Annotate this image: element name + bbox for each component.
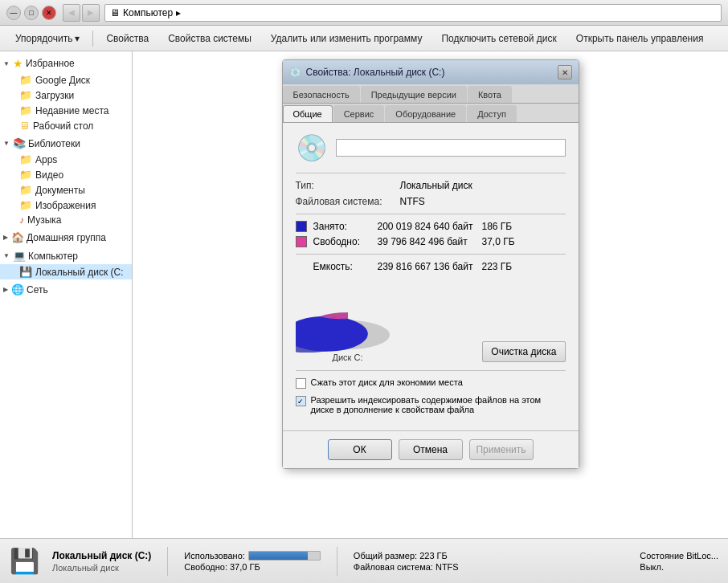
pie-section: Диск C: Очистка диска (296, 280, 566, 362)
filesystem-row: Файловая система: NTFS (296, 196, 566, 207)
properties-dialog: 💿 Свойства: Локальный диск (C:) ✕ Безопа… (282, 59, 579, 469)
divider-4 (296, 370, 566, 371)
folder-icon: 📁 (19, 184, 32, 196)
dialog-disk-icon-small: 💿 (289, 67, 301, 78)
nav-arrows: ◀ ▶ (63, 4, 100, 22)
tabs-row-1: Безопасность Предыдущие версии Квота (283, 84, 579, 104)
network-label: Сеть (27, 284, 48, 296)
status-separator-1 (167, 547, 168, 576)
uninstall-button[interactable]: Удалить или изменить программу (262, 30, 431, 47)
connect-drive-button[interactable]: Подключить сетевой диск (432, 30, 565, 47)
type-label: Тип: (296, 180, 400, 191)
sidebar-item-recent[interactable]: 📁 Недавние места (0, 103, 132, 118)
filesystem-label: Файловая система: (296, 196, 400, 207)
index-label: Разрешить индексировать содержимое файло… (311, 395, 566, 414)
organize-button[interactable]: Упорядочить ▾ (6, 30, 88, 47)
libraries-icon: 📚 (13, 137, 26, 149)
close-btn[interactable]: ✕ (42, 6, 56, 20)
compress-checkbox[interactable] (296, 378, 306, 389)
sidebar-item-video[interactable]: 📁 Видео (0, 167, 132, 182)
homegroup-label: Домашняя группа (27, 232, 106, 243)
system-properties-button[interactable]: Свойства системы (159, 30, 260, 47)
music-icon: ♪ (19, 214, 24, 226)
status-used-row: Использовано: (184, 551, 321, 561)
sidebar-localdisk-label: Локальный диск (C: (35, 267, 124, 278)
ok-button[interactable]: ОК (328, 439, 392, 460)
status-hdd-icon: 💾 (10, 547, 39, 575)
sidebar-recent-label: Недавние места (35, 105, 108, 116)
tab-hardware[interactable]: Оборудование (385, 105, 466, 122)
libraries-header[interactable]: ▼ 📚 Библиотеки (0, 135, 132, 152)
apply-button[interactable]: Применить (469, 439, 534, 460)
libraries-label: Библиотеки (28, 138, 80, 149)
computer-icon: 💻 (13, 250, 26, 262)
tab-access[interactable]: Доступ (467, 105, 517, 122)
sidebar-item-localdisk[interactable]: 💾 Локальный диск (C: (0, 264, 132, 279)
homegroup-header[interactable]: ▶ 🏠 Домашняя группа (0, 229, 132, 246)
folder-icon: 📁 (19, 199, 32, 211)
disk-name-input[interactable] (336, 139, 566, 157)
index-checkbox[interactable]: ✓ (296, 396, 306, 406)
free-row: Свободно: 39 796 842 496 байт 37,0 ГБ (296, 236, 566, 247)
cleanup-button[interactable]: Очистка диска (482, 341, 565, 362)
type-value: Локальный диск (400, 180, 472, 191)
hdd-icon: 💾 (19, 266, 32, 278)
capacity-row: Емкость: 239 816 667 136 байт 223 ГБ (296, 261, 566, 272)
index-row: ✓ Разрешить индексировать содержимое фай… (296, 395, 566, 414)
used-gb: 186 ГБ (482, 221, 513, 232)
window-controls[interactable]: — □ ✕ (6, 6, 56, 20)
toolbar: Упорядочить ▾ Свойства Свойства системы … (0, 26, 728, 51)
maximize-btn[interactable]: □ (24, 6, 39, 20)
dialog-title-area: 💿 Свойства: Локальный диск (C:) (289, 67, 445, 78)
tab-prev-versions[interactable]: Предыдущие версии (361, 86, 467, 103)
tab-service[interactable]: Сервис (333, 105, 385, 122)
used-row: Занято: 200 019 824 640 байт 186 ГБ (296, 221, 566, 232)
sidebar-item-images[interactable]: 📁 Изображения (0, 198, 132, 213)
sidebar-item-documents[interactable]: 📁 Документы (0, 182, 132, 198)
divider-3 (296, 254, 566, 255)
network-chevron: ▶ (3, 286, 8, 293)
network-icon: 🌐 (11, 283, 24, 296)
dialog-close-btn[interactable]: ✕ (558, 65, 572, 80)
tabs-row-2: Общие Сервис Оборудование Доступ (283, 104, 579, 123)
properties-button[interactable]: Свойства (97, 30, 157, 47)
computer-header[interactable]: ▼ 💻 Компьютер (0, 247, 132, 264)
libraries-chevron: ▼ (3, 140, 10, 147)
control-panel-button[interactable]: Открыть панель управления (567, 30, 713, 47)
computer-section: ▼ 💻 Компьютер 💾 Локальный диск (C: (0, 247, 132, 279)
sidebar-item-desktop[interactable]: 🖥 Рабочий стол (0, 118, 132, 133)
network-header[interactable]: ▶ 🌐 Сеть (0, 281, 132, 298)
compress-row: Сжать этот диск для экономии места (296, 377, 566, 389)
progress-bar-container (248, 551, 321, 561)
libraries-section: ▼ 📚 Библиотеки 📁 Apps 📁 Видео 📁 Документ… (0, 135, 132, 227)
favorites-label: Избранное (26, 58, 75, 69)
sidebar-images-label: Изображения (35, 200, 96, 211)
favorites-header[interactable]: ▼ ★ Избранное (0, 55, 132, 72)
tab-security[interactable]: Безопасность (283, 86, 360, 103)
sidebar-video-label: Видео (35, 169, 63, 181)
type-row: Тип: Локальный диск (296, 180, 566, 191)
homegroup-section: ▶ 🏠 Домашняя группа (0, 229, 132, 246)
sidebar-item-downloads[interactable]: 📁 Загрузки (0, 88, 132, 103)
dialog-overlay: 💿 Свойства: Локальный диск (C:) ✕ Безопа… (133, 51, 728, 493)
capacity-bytes: 239 816 667 136 байт (378, 261, 482, 272)
sidebar-music-label: Музыка (27, 214, 61, 226)
dialog-body: 💿 Тип: Локальный диск Файловая система: … (283, 123, 579, 430)
back-arrow[interactable]: ◀ (63, 4, 80, 22)
sidebar-item-music[interactable]: ♪ Музыка (0, 213, 132, 227)
cancel-button[interactable]: Отмена (399, 439, 463, 460)
status-free-label: Свободно: 37,0 ГБ (184, 562, 321, 572)
free-gb: 37,0 ГБ (482, 236, 515, 247)
sidebar-item-googledrive[interactable]: 📁 Google Диск (0, 72, 132, 88)
forward-arrow[interactable]: ▶ (82, 4, 100, 22)
sidebar-desktop-label: Рабочий стол (33, 120, 93, 132)
used-label: Занято: (313, 221, 378, 232)
tab-quota[interactable]: Квота (468, 86, 512, 103)
tab-general[interactable]: Общие (283, 105, 333, 122)
minimize-btn[interactable]: — (6, 6, 21, 20)
status-disk-name: Локальный диск (C:) (52, 550, 151, 561)
sidebar-item-apps[interactable]: 📁 Apps (0, 152, 132, 167)
capacity-gb: 223 ГБ (482, 261, 513, 272)
sidebar-googledrive-label: Google Диск (35, 75, 90, 86)
toolbar-separator (92, 31, 93, 47)
